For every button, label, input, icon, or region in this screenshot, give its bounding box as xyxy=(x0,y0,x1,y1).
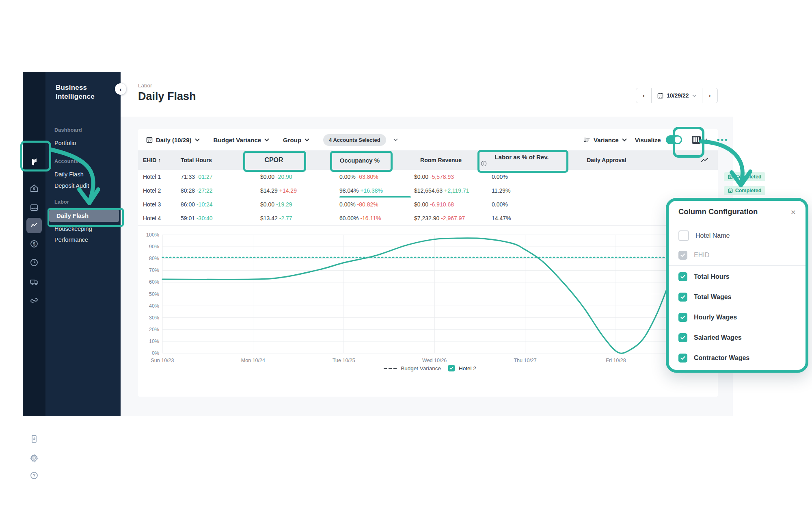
occupancy-cell: 0.00% -63.80% xyxy=(339,174,378,180)
accounts-selected-dropdown[interactable]: 4 Accounts Selected xyxy=(323,134,398,146)
sidebar-item-performance[interactable]: Performance xyxy=(54,237,88,243)
table-row[interactable]: Hotel 4 59:01 -30:40 $13.42 -2.77 60.00%… xyxy=(138,211,718,226)
occupancy-cell-selected[interactable]: 98.04% +16.38% xyxy=(339,187,383,194)
labor-pct-cell: 11.29% xyxy=(492,187,510,194)
config-item-total-wages[interactable]: Total Wages xyxy=(669,287,806,307)
config-item-hourly-wages[interactable]: Hourly Wages xyxy=(669,307,806,328)
column-configuration-popup: Column Configuration × Hotel Name EHID T… xyxy=(666,198,808,373)
labor-pct-cell: 14.47% xyxy=(492,215,511,221)
checkbox-unchecked[interactable] xyxy=(678,230,689,241)
sort-icon xyxy=(583,137,590,143)
svg-text:$: $ xyxy=(33,241,35,246)
config-item-total-hours[interactable]: Total Hours xyxy=(669,267,806,287)
date-picker-button[interactable]: 10/29/22 xyxy=(651,88,702,103)
app-title: Business Intelligence xyxy=(56,83,95,101)
svg-text:60%: 60% xyxy=(149,279,159,285)
sidebar-item-portfolio[interactable]: Portfolio xyxy=(54,140,76,146)
icon-rail: $ ? xyxy=(23,72,45,416)
chevron-down-icon xyxy=(304,138,309,141)
chevron-down-icon xyxy=(393,138,398,141)
partners-icon[interactable] xyxy=(29,295,39,305)
checkbox-checked[interactable] xyxy=(678,313,687,322)
labor-pct-cell: 0.00% xyxy=(492,201,508,208)
finance-icon[interactable]: $ xyxy=(29,239,39,249)
config-item-salaried-wages[interactable]: Salaried Wages xyxy=(669,328,806,348)
svg-text:10%: 10% xyxy=(149,339,159,344)
settings-gear-icon[interactable] xyxy=(29,453,39,463)
annotation-box-column-config xyxy=(673,127,704,158)
checkbox-checked[interactable] xyxy=(678,333,687,342)
ehid-cell: Hotel 2 xyxy=(143,187,161,194)
hours-cell: 59:01 -30:40 xyxy=(181,215,213,221)
hours-cell: 86:00 -10:24 xyxy=(181,201,213,208)
budget-variance-dropdown[interactable]: Budget Variance xyxy=(214,137,270,143)
section-label-dashboard: Dashboard xyxy=(54,127,82,133)
group-dropdown[interactable]: Group xyxy=(283,137,309,143)
header-room-revenue[interactable]: Room Revenue xyxy=(412,157,469,163)
mobile-app-icon[interactable] xyxy=(29,434,39,444)
svg-text:70%: 70% xyxy=(149,267,159,273)
table-toolbar-left: Daily (10/29) Budget Variance Group 4 Ac… xyxy=(146,129,398,150)
chart-legend: Budget Variance Hotel 2 xyxy=(142,365,718,371)
popup-title: Column Configuration xyxy=(678,207,758,216)
hours-cell: 71:33 -01:27 xyxy=(181,174,213,180)
home-icon[interactable] xyxy=(29,183,39,193)
chevron-down-icon xyxy=(692,94,696,97)
help-icon[interactable]: ? xyxy=(29,471,39,480)
svg-text:50%: 50% xyxy=(149,291,159,297)
header-total-hours[interactable]: Total Hours xyxy=(181,157,212,163)
svg-text:Fri 10/28: Fri 10/28 xyxy=(606,358,626,363)
svg-text:40%: 40% xyxy=(149,303,159,309)
analytics-icon[interactable] xyxy=(26,218,42,233)
checkbox-checked[interactable] xyxy=(678,354,687,363)
revenue-cell: $0.00 -6,910.68 xyxy=(414,201,454,208)
calendar-check-icon xyxy=(728,188,733,193)
cpor-cell: $13.42 -2.77 xyxy=(260,215,292,221)
config-item-contractor-wages[interactable]: Contractor Wages xyxy=(669,348,806,368)
checkbox-checked[interactable] xyxy=(678,293,687,302)
table-row[interactable]: Hotel 3 86:00 -10:24 $0.00 -19.29 0.00% … xyxy=(138,198,718,212)
section-label-accounting: Accounting xyxy=(54,158,84,164)
date-navigator: ‹ 10/29/22 › xyxy=(636,88,718,103)
calendar-icon xyxy=(657,93,663,99)
svg-text:Sun 10/23: Sun 10/23 xyxy=(151,358,174,363)
next-day-button[interactable]: › xyxy=(702,88,717,103)
variance-sort-dropdown[interactable]: Variance xyxy=(583,137,627,143)
svg-text:Tue 10/25: Tue 10/25 xyxy=(333,358,355,363)
dashboard-icon[interactable] xyxy=(29,203,39,213)
table-row[interactable]: Hotel 2 80:28 -27:22 $14.29 +14.29 98.04… xyxy=(138,184,718,198)
header-ehid[interactable]: EHID ↑ xyxy=(143,157,161,163)
approval-badge: Completed xyxy=(724,172,766,181)
time-clock-icon[interactable] xyxy=(29,258,39,267)
logistics-truck-icon[interactable] xyxy=(29,277,39,287)
cpor-cell: $0.00 -20.90 xyxy=(260,174,292,180)
close-icon[interactable]: × xyxy=(791,208,796,216)
sidebar-item-deposit-audit[interactable]: Deposit Audit xyxy=(54,182,89,189)
sidebar-item-accounting-daily-flash[interactable]: Daily Flash xyxy=(54,171,84,178)
ehid-cell: Hotel 3 xyxy=(143,201,161,208)
revenue-cell: $0.00 -5,578.93 xyxy=(414,174,454,180)
checkbox-checked[interactable] xyxy=(678,272,687,281)
annotation-box-occupancy xyxy=(330,151,393,172)
table-header: EHID ↑ Total Hours CPOR Occupancy % Room… xyxy=(138,150,718,170)
more-options-button[interactable]: ••• xyxy=(717,135,729,144)
header-daily-approval[interactable]: Daily Approval xyxy=(570,157,643,163)
svg-text:30%: 30% xyxy=(149,315,159,321)
labor-pct-cell: 0.00% xyxy=(492,174,508,180)
cpor-cell: $14.29 +14.29 xyxy=(260,187,297,194)
visualize-label: Visualize xyxy=(635,137,661,143)
config-item-hotel-name[interactable]: Hotel Name xyxy=(669,226,806,246)
sort-asc-arrow: ↑ xyxy=(158,157,161,163)
table-row[interactable]: Hotel 1 71:33 -01:27 $0.00 -20.90 0.00% … xyxy=(138,170,718,184)
svg-text:80%: 80% xyxy=(149,256,159,261)
prev-day-button[interactable]: ‹ xyxy=(636,88,651,103)
approval-badge: Completed xyxy=(724,186,766,195)
legend-checkbox-checked[interactable] xyxy=(448,365,455,371)
ehid-cell: Hotel 4 xyxy=(143,215,161,221)
sidebar-collapse-button[interactable]: ‹ xyxy=(115,83,126,95)
table-toolbar-right: Variance Visualize ••• xyxy=(583,129,729,150)
period-dropdown[interactable]: Daily (10/29) xyxy=(146,137,200,143)
svg-text:?: ? xyxy=(33,473,36,478)
calendar-check-icon xyxy=(728,174,733,179)
chevron-left-icon: ‹ xyxy=(120,86,122,93)
